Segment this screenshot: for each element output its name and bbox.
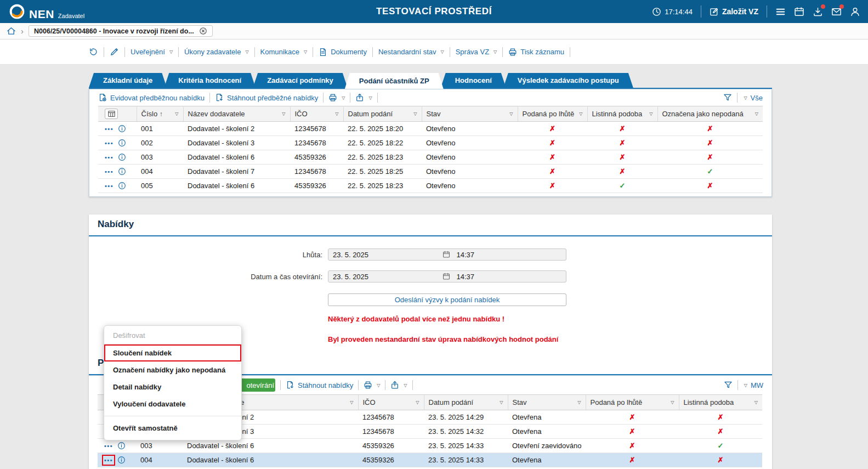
oteviranie-time-value[interactable]: 14:37 (450, 273, 566, 281)
print-button[interactable]: ▽ (364, 381, 380, 389)
menu-item-detail-nabidky[interactable]: Detail nabídky (104, 378, 241, 395)
column-header-datum[interactable]: Datum podání▽ (424, 395, 508, 410)
column-header-stav[interactable]: Stav▽ (422, 106, 518, 122)
column-header-nazev[interactable]: Název dodavatele▽ (183, 106, 290, 122)
downloads-button[interactable] (813, 7, 823, 17)
tab-zadavaci-podminky[interactable]: Zadávací podmínky (253, 73, 348, 88)
menu-item-vylouceni-dodavatele[interactable]: Vyloučení dodavatele (104, 395, 241, 413)
tab-vysledek-zadavaciho-postupu[interactable]: Výsledek zadávacího postupu (503, 73, 633, 88)
filter-dropdown-icon[interactable]: ▽ (755, 111, 758, 116)
row-menu-icon[interactable]: ••• (105, 140, 114, 146)
menu-item-slouceni-nabidek[interactable]: Sloučení nabídek (104, 344, 241, 361)
info-icon[interactable] (118, 125, 126, 133)
evidovat-predbeznou-nabidku-button[interactable]: Evidovat předběžnou nabídku (98, 93, 205, 102)
odeslat-vyzvu-button[interactable]: Odeslání výzvy k podání nabídek (328, 293, 566, 306)
table-row[interactable]: ••• 004 Dodavatel - školení 7 12345678 2… (98, 165, 763, 179)
filter-dropdown-icon[interactable]: ▽ (350, 400, 353, 405)
info-icon[interactable] (117, 442, 126, 450)
menu-ukony-zadavatele[interactable]: Úkony zadavatele ▽ (184, 48, 249, 56)
filter-dropdown-icon[interactable]: ▽ (754, 400, 758, 405)
filter-dropdown-icon[interactable]: ▽ (671, 400, 674, 405)
tab-podani-ucastniku-zp[interactable]: Podání účastníků ZP (345, 73, 444, 89)
row-menu-icon[interactable]: ••• (104, 457, 113, 464)
filter-dropdown-icon[interactable]: ▽ (416, 400, 419, 405)
column-header-nepodana[interactable]: Označena jako nepodaná▽ (657, 106, 763, 122)
column-header-listinna[interactable]: Listinná podoba▽ (587, 106, 657, 122)
filter-preset-vse[interactable]: ▽ Vše (742, 94, 763, 102)
info-icon[interactable] (118, 153, 126, 161)
menu-item-otevrit-samostatne[interactable]: Otevřít samostatně (104, 420, 241, 437)
print-record-button[interactable]: Tisk záznamu (508, 48, 564, 56)
calendar-button[interactable] (794, 7, 804, 17)
filter-dropdown-icon[interactable]: ▽ (282, 111, 285, 116)
info-icon[interactable] (118, 167, 126, 176)
filter-button[interactable] (724, 381, 733, 389)
filter-dropdown-icon[interactable]: ▽ (335, 111, 338, 116)
edit-button[interactable] (110, 47, 119, 56)
filter-dropdown-icon[interactable]: ▽ (500, 400, 503, 405)
table-row-selected[interactable]: ••• 004 Dodavatel - školení 6 45359326 2… (98, 453, 762, 467)
oteviranie-date-value[interactable]: 23. 5. 2025 (328, 273, 442, 281)
table-row[interactable]: ••• 005 Dodavatel - školení 6 45359326 2… (98, 179, 763, 193)
row-menu-icon[interactable]: ••• (105, 154, 114, 161)
oteviranie-datetime-field[interactable]: 23. 5. 2025 14:37 (328, 270, 566, 282)
column-header-po-lhute[interactable]: Podaná po lhůtě▽ (518, 106, 587, 122)
filter-preset-mw[interactable]: ▽ MW (743, 381, 763, 389)
column-settings-icon[interactable] (105, 109, 118, 119)
filter-dropdown-icon[interactable]: ▽ (649, 111, 653, 116)
column-header-datum[interactable]: Datum podání▽ (343, 106, 422, 122)
messages-button[interactable] (831, 7, 842, 17)
nen-logo[interactable]: NEN Zadavatel (9, 3, 84, 20)
lhuta-time-value[interactable]: 14:37 (450, 251, 566, 259)
filter-dropdown-icon[interactable]: ▽ (175, 111, 178, 116)
history-button[interactable] (89, 47, 98, 56)
filter-dropdown-icon[interactable]: ▽ (579, 111, 582, 116)
stahnout-nabidky-button[interactable]: Stáhnout nabídky (286, 381, 353, 389)
menu-item-oznaceni-nepodana[interactable]: Označení nabídky jako nepodaná (104, 361, 241, 378)
calendar-icon[interactable] (442, 273, 450, 280)
column-header-ico[interactable]: IČO▽ (358, 395, 424, 410)
tab-hodnoceni[interactable]: Hodnocení (441, 73, 506, 88)
row-menu-icon[interactable]: ••• (105, 126, 114, 132)
lhuta-datetime-field[interactable]: 23. 5. 2025 14:37 (328, 248, 566, 261)
export-button[interactable]: ▽ (355, 93, 372, 102)
table-row[interactable]: ••• 003 Dodavatel - školení 6 45359326 2… (98, 439, 762, 453)
column-header-cislo[interactable]: Číslo ↑▽ (137, 106, 183, 122)
table-row[interactable]: ••• 002 Dodavatel - školení 3 12345678 2… (98, 136, 763, 150)
create-vz-button[interactable]: Založit VZ (710, 7, 758, 16)
menu-komunikace[interactable]: Komunikace ▽ (260, 48, 308, 56)
print-button[interactable]: ▽ (328, 93, 345, 102)
column-header-po-lhute[interactable]: Podaná po lhůtě▽ (586, 395, 679, 410)
filter-dropdown-icon[interactable]: ▽ (577, 400, 581, 405)
export-button[interactable]: ▽ (390, 381, 407, 389)
lhuta-date-value[interactable]: 23. 5. 2025 (328, 251, 442, 259)
stahnout-predbezne-nabidky-button[interactable]: Stáhnout předběžné nabídky (215, 93, 318, 102)
info-icon[interactable] (118, 182, 126, 190)
menu-nestandardni-stav[interactable]: Nestandardní stav ▽ (378, 48, 444, 56)
breadcrumb[interactable]: N006/25/V00004860 - Inovace v rozvoji ří… (29, 25, 213, 37)
profile-button[interactable] (850, 7, 860, 17)
main-menu-button[interactable] (775, 7, 786, 17)
info-icon[interactable] (117, 456, 126, 464)
home-button[interactable] (7, 26, 16, 36)
filter-dropdown-icon[interactable]: ▽ (509, 111, 513, 116)
column-header-ico[interactable]: IČO▽ (290, 106, 343, 122)
menu-sprava-vz[interactable]: Správa VZ ▽ (456, 48, 497, 56)
menu-uverejneni[interactable]: Uveřejnění ▽ (131, 48, 173, 56)
row-menu-icon[interactable]: ••• (105, 168, 114, 175)
table-row[interactable]: ••• 001 Dodavatel - školení 2 12345678 2… (98, 122, 763, 136)
filter-button[interactable] (723, 93, 732, 102)
column-header-stav[interactable]: Stav▽ (508, 395, 586, 410)
table-row[interactable]: ••• 003 Dodavatel - školení 6 45359326 2… (98, 150, 763, 165)
column-settings-header[interactable] (98, 106, 137, 122)
column-header-listinna[interactable]: Listinná podoba▽ (679, 395, 762, 410)
info-icon[interactable] (118, 139, 126, 147)
tab-zakladni-udaje[interactable]: Základní údaje (89, 73, 167, 88)
row-menu-icon[interactable]: ••• (104, 443, 113, 449)
calendar-icon[interactable] (442, 251, 450, 258)
tab-kriteria-hodnoceni[interactable]: Kritéria hodnocení (164, 73, 256, 88)
row-menu-icon[interactable]: ••• (105, 183, 114, 189)
filter-dropdown-icon[interactable]: ▽ (413, 111, 417, 116)
close-icon[interactable] (199, 27, 207, 35)
menu-dokumenty[interactable]: Dokumenty (319, 48, 367, 56)
